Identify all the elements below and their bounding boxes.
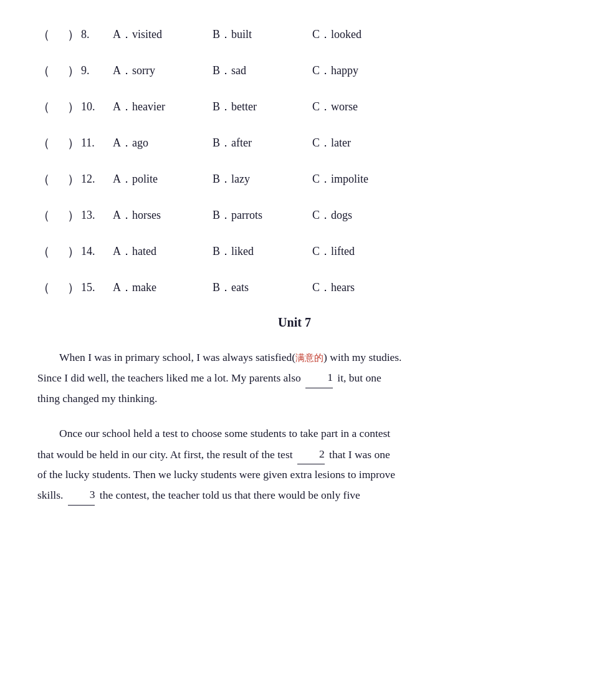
option-c-15: C．hears [312,279,412,296]
option-b-15: B．eats [213,279,312,296]
paren-left-8: （ [37,25,49,44]
option-a-13: A．horses [113,207,213,224]
paren-left-11: （ [37,133,49,152]
blank-1: 1 [305,367,333,388]
option-b-10: B．better [213,98,312,115]
paren-space-10 [49,98,67,115]
unit-title: Unit 7 [37,315,552,330]
option-c-8: C．looked [312,26,412,43]
paren-space-11 [49,135,67,151]
q-num-12: 12. [79,171,113,188]
q-num-9: 9. [79,62,113,79]
mc-row-10: （ ） 10. A．heavier B．better C．worse [37,97,552,116]
q-num-13: 13. [79,207,113,224]
paren-right-8: ） [67,25,79,44]
passage2-line1: Once our school held a test to choose so… [59,427,390,439]
passage2-line4-before: skills. [37,489,63,501]
option-c-12: C．impolite [312,171,412,188]
blank-3: 3 [68,484,95,505]
mc-row-13: （ ） 13. A．horses B．parrots C．dogs [37,206,552,224]
passage2-line3: of the lucky students. Then we lucky stu… [37,468,395,481]
mc-row-15: （ ） 15. A．make B．eats C．hears [37,278,552,297]
option-c-14: C．lifted [312,243,412,260]
passage1-text-before: When I was in primary school, I was alwa… [59,351,295,363]
option-c-13: C．dogs [312,207,412,224]
paren-space-14 [49,243,67,260]
passage1: When I was in primary school, I was alwa… [37,347,552,408]
passage1-text-after: ) with my studies. [323,351,401,363]
passage2-line2-after: that I was one [329,448,390,461]
mc-row-11: （ ） 11. A．ago B．after C．later [37,133,552,152]
mc-row-14: （ ） 14. A．hated B．liked C．lifted [37,242,552,261]
passage1-chinese: 满意的 [295,353,323,363]
option-b-12: B．lazy [213,171,312,188]
passage1-line3: thing changed my thinking. [37,392,157,405]
paren-left-13: （ [37,206,49,224]
passage1-line2-after: it, but one [337,372,381,384]
q-num-14: 14. [79,243,113,260]
q-num-15: 15. [79,279,113,296]
paren-right-10: ） [67,97,79,116]
option-a-15: A．make [113,279,213,296]
blank-2: 2 [297,444,325,464]
paren-space-15 [49,279,67,296]
option-c-9: C．happy [312,62,412,79]
option-c-11: C．later [312,135,412,151]
mc-row-12: （ ） 12. A．polite B．lazy C．impolite [37,170,552,188]
passage1-line2-before: Since I did well, the teachers liked me … [37,372,301,384]
paren-left-14: （ [37,242,49,261]
passage2: Once our school held a test to choose so… [37,423,552,506]
paren-space-8 [49,26,67,43]
q-num-11: 11. [79,135,113,151]
paren-space-12 [49,171,67,188]
q-num-8: 8. [79,26,113,43]
q-num-10: 10. [79,98,113,115]
paren-right-13: ） [67,206,79,224]
paren-left-12: （ [37,170,49,188]
paren-right-9: ） [67,61,79,80]
paren-right-14: ） [67,242,79,261]
paren-space-13 [49,207,67,224]
paren-left-9: （ [37,61,49,80]
option-a-11: A．ago [113,135,213,151]
option-b-11: B．after [213,135,312,151]
paren-right-12: ） [67,170,79,188]
option-a-9: A．sorry [113,62,213,79]
passage2-line2-before: that would be held in our city. At first… [37,448,293,461]
option-b-14: B．liked [213,243,312,260]
paren-right-15: ） [67,278,79,297]
mc-row-8: （ ） 8. A．visited B．built C．looked [37,25,552,44]
option-c-10: C．worse [312,98,412,115]
paren-space-9 [49,62,67,79]
paren-left-10: （ [37,97,49,116]
passage2-line4-after: the contest, the teacher told us that th… [100,489,360,501]
option-b-9: B．sad [213,62,312,79]
option-a-8: A．visited [113,26,213,43]
paren-right-11: ） [67,133,79,152]
option-b-13: B．parrots [213,207,312,224]
option-b-8: B．built [213,26,312,43]
multiple-choice-section: （ ） 8. A．visited B．built C．looked （ ） 9.… [37,25,552,297]
paren-left-15: （ [37,278,49,297]
option-a-14: A．hated [113,243,213,260]
option-a-12: A．polite [113,171,213,188]
mc-row-9: （ ） 9. A．sorry B．sad C．happy [37,61,552,80]
option-a-10: A．heavier [113,98,213,115]
